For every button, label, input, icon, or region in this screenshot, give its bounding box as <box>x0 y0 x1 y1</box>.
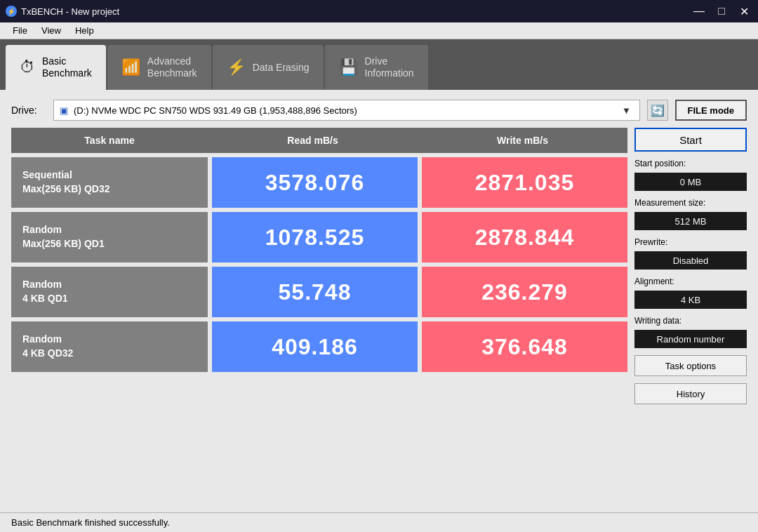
header-read: Read mB/s <box>208 128 418 153</box>
right-panel: Start Start position: 0 MB Measurement s… <box>634 128 747 503</box>
app-icon: ⚡ <box>6 6 17 17</box>
writing-data-label: Writing data: <box>634 316 747 326</box>
title-bar: ⚡ TxBENCH - New project — □ ✕ <box>0 0 758 22</box>
menu-view[interactable]: View <box>34 24 68 37</box>
title-bar-left: ⚡ TxBENCH - New project <box>6 6 119 17</box>
title-bar-controls: — □ ✕ <box>691 3 752 20</box>
read-value-0: 3578.076 <box>212 157 418 208</box>
read-value-3: 409.186 <box>212 321 418 372</box>
drive-row: Drive: ▣ (D:) NVMe WDC PC SN750 WDS 931.… <box>11 100 747 121</box>
writing-data-value: Random number <box>634 330 747 348</box>
tab-drive-label: DriveInformation <box>365 55 414 79</box>
read-value-2: 55.748 <box>212 267 418 317</box>
write-value-0: 2871.035 <box>422 157 627 208</box>
tab-basic-label: BasicBenchmark <box>42 55 92 79</box>
write-value-2: 236.279 <box>422 267 627 317</box>
alignment-value: 4 KB <box>634 291 747 309</box>
advanced-benchmark-icon: 📶 <box>121 58 140 77</box>
tab-bar: ⏱ BasicBenchmark 📶 AdvancedBenchmark ⚡ D… <box>0 39 758 90</box>
table-row: Random 4 KB QD32 409.186 376.648 <box>11 321 627 372</box>
drive-selector-icon: ▣ <box>60 105 68 116</box>
prewrite-label: Prewrite: <box>634 237 747 247</box>
alignment-label: Alignment: <box>634 277 747 286</box>
close-button[interactable]: ✕ <box>736 3 752 20</box>
bench-rows: Sequential Max(256 KB) QD32 3578.076 287… <box>11 153 627 372</box>
tab-advanced-label: AdvancedBenchmark <box>147 55 197 79</box>
write-value-3: 376.648 <box>422 321 627 372</box>
content-area: Drive: ▣ (D:) NVMe WDC PC SN750 WDS 931.… <box>0 90 758 512</box>
data-erasing-icon: ⚡ <box>227 58 246 77</box>
task-name-3: Random 4 KB QD32 <box>11 321 208 372</box>
measurement-size-label: Measurement size: <box>634 198 747 208</box>
task-options-button[interactable]: Task options <box>634 355 747 376</box>
table-row: Random Max(256 KB) QD1 1078.525 2878.844 <box>11 212 627 262</box>
start-button[interactable]: Start <box>634 128 747 152</box>
status-message: Basic Benchmark finished successfully. <box>11 517 170 528</box>
tab-erasing-label: Data Erasing <box>253 62 310 74</box>
prewrite-value: Disabled <box>634 251 747 270</box>
tab-data-erasing[interactable]: ⚡ Data Erasing <box>213 45 324 90</box>
table-header: Task name Read mB/s Write mB/s <box>11 128 627 153</box>
basic-benchmark-icon: ⏱ <box>20 58 35 77</box>
task-name-1: Random Max(256 KB) QD1 <box>11 212 208 262</box>
drive-refresh-button[interactable]: 🔄 <box>647 100 668 121</box>
tab-advanced-benchmark[interactable]: 📶 AdvancedBenchmark <box>107 45 211 90</box>
drive-selector-value: (D:) NVMe WDC PC SN750 WDS 931.49 GB (1,… <box>74 105 620 116</box>
write-value-1: 2878.844 <box>422 212 627 262</box>
start-position-label: Start position: <box>634 159 747 168</box>
menu-file[interactable]: File <box>6 24 34 37</box>
main-layout: Task name Read mB/s Write mB/s Sequentia… <box>11 128 747 503</box>
task-name-2: Random 4 KB QD1 <box>11 267 208 317</box>
task-name-0: Sequential Max(256 KB) QD32 <box>11 157 208 208</box>
drive-dropdown-arrow: ▼ <box>620 105 634 116</box>
drive-label: Drive: <box>11 105 46 116</box>
read-value-1: 1078.525 <box>212 212 418 262</box>
status-bar: Basic Benchmark finished successfully. <box>0 512 758 532</box>
history-button[interactable]: History <box>634 383 747 404</box>
header-write: Write mB/s <box>418 128 627 153</box>
file-mode-button[interactable]: FILE mode <box>675 100 747 121</box>
refresh-icon: 🔄 <box>651 104 665 117</box>
header-task: Task name <box>11 128 208 153</box>
drive-info-icon: 💾 <box>339 58 358 77</box>
table-row: Random 4 KB QD1 55.748 236.279 <box>11 267 627 317</box>
drive-selector[interactable]: ▣ (D:) NVMe WDC PC SN750 WDS 931.49 GB (… <box>53 100 640 121</box>
menu-help[interactable]: Help <box>68 24 101 37</box>
measurement-size-value: 512 MB <box>634 212 747 230</box>
maximize-button[interactable]: □ <box>713 3 730 20</box>
start-position-value: 0 MB <box>634 173 747 191</box>
table-row: Sequential Max(256 KB) QD32 3578.076 287… <box>11 157 627 208</box>
window-title: TxBENCH - New project <box>21 6 119 17</box>
tab-drive-information[interactable]: 💾 DriveInformation <box>325 45 428 90</box>
tab-basic-benchmark[interactable]: ⏱ BasicBenchmark <box>6 45 106 90</box>
minimize-button[interactable]: — <box>691 3 707 20</box>
benchmark-table: Task name Read mB/s Write mB/s Sequentia… <box>11 128 627 503</box>
menu-bar: File View Help <box>0 22 758 39</box>
